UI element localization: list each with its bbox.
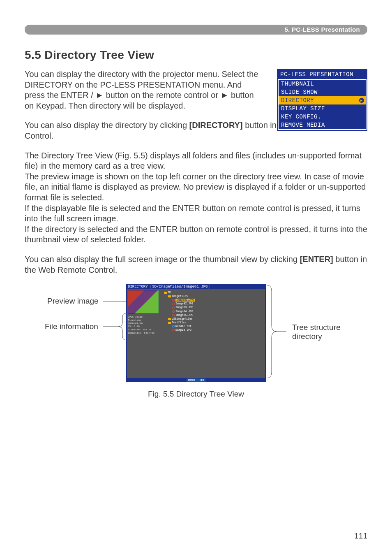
folder-icon — [168, 295, 171, 297]
file-icon — [172, 329, 175, 331]
menu-item-displaysize: DISPLAY SIZE — [279, 104, 366, 113]
file-icon — [172, 310, 175, 313]
file-icon — [172, 303, 175, 305]
brace-icon — [103, 313, 127, 340]
annotation-file-information: File information — [45, 322, 98, 331]
annotation-preview-image: Preview image — [47, 297, 99, 306]
tree-line: Image01.JPG — [164, 298, 263, 302]
directory-body: JPEG Image Timestamp: 2006/03/06 15:16:0… — [126, 289, 266, 378]
treeview-paragraph: The Directory Tree View (Fig. 5.5) displ… — [25, 151, 367, 245]
menu-item-thumbnail: THUMBNAIL — [279, 80, 366, 88]
file-info-line: Filesize: 253 kB — [128, 328, 159, 332]
tree-line: SD — [164, 291, 263, 295]
annotation-tree-structure: Tree structure directory — [292, 323, 354, 341]
directory-tree-pane: SD Imagefiles Image01.JPG Image02.JPG Im… — [160, 289, 265, 378]
projector-menu-title: PC-LESS PRESENTATION — [278, 70, 367, 79]
file-info-block: JPEG Image Timestamp: 2006/03/06 15:16:0… — [128, 316, 159, 342]
text-run: You can also display the full screen ima… — [25, 255, 300, 264]
section-header-label: 5. PC-LESS Presentation — [284, 25, 360, 35]
folder-icon — [164, 292, 167, 294]
file-icon — [172, 314, 175, 316]
menu-item-slideshow: SLIDE SHOW — [279, 88, 366, 96]
chevron-right-icon: ▶ — [359, 98, 364, 103]
web-enter-paragraph: You can also display the full screen ima… — [25, 254, 367, 275]
tree-line: Image04.JPG — [164, 310, 263, 313]
menu-item-removemedia: REMOVE MEDIA — [279, 121, 366, 129]
connector-line — [103, 302, 126, 302]
projector-menu-list: THUMBNAIL SLIDE SHOW DIRECTORY ▶ DISPLAY… — [278, 79, 367, 130]
tree-line: Image05.JPG — [164, 313, 263, 317]
section-header-bar: 5. PC-LESS Presentation — [25, 25, 367, 35]
tree-line: Textfiles — [164, 321, 263, 325]
enter-bold: [ENTER] — [300, 255, 333, 264]
file-info-line: Timestamp: — [128, 319, 159, 322]
directory-view-screenshot: DIRECTORY [SD/Imagefiles/Image01.JPG] JP… — [126, 284, 266, 382]
menu-item-directory: DIRECTORY ▶ — [279, 96, 366, 104]
preview-thumbnail — [128, 290, 159, 314]
intro-row: You can display the directory with the p… — [25, 69, 367, 111]
intro-paragraph: You can display the directory with the p… — [25, 69, 261, 111]
tree-line: Image03.JPG — [164, 306, 263, 309]
file-info-line: 15:16:00 — [128, 325, 159, 328]
page-number: 111 — [354, 531, 367, 541]
directory-left-column: JPEG Image Timestamp: 2006/03/06 15:16:0… — [127, 289, 160, 378]
file-info-line: 2006/03/06 — [128, 322, 159, 325]
projector-menu-figure: PC-LESS PRESENTATION THUMBNAIL SLIDE SHO… — [277, 69, 367, 131]
directory-header-path: DIRECTORY [SD/Imagefiles/Image01.JPG] — [126, 284, 266, 289]
page-title: 5.5 Directory Tree View — [25, 49, 367, 62]
footer-enter-pill: ENTER ⏎:YES — [186, 378, 206, 382]
tree-line: Imagefiles — [164, 295, 263, 298]
menu-item-keyconfig: KEY CONFIG. — [279, 113, 366, 121]
file-icon — [172, 306, 175, 309]
file-info-line: JPEG Image — [128, 316, 159, 319]
tree-line: Image02.JPG — [164, 302, 263, 306]
file-info-line: Imagesize: 640x480 — [128, 332, 159, 335]
folder-icon — [168, 322, 171, 324]
figure-5-5: Preview image File information Tree stru… — [48, 284, 344, 399]
directory-bold: [DIRECTORY] — [189, 121, 243, 130]
file-icon — [172, 325, 175, 327]
directory-footer: ENTER ⏎:YES — [126, 378, 266, 382]
document-page: 5. PC-LESS Presentation 5.5 Directory Tr… — [0, 0, 392, 557]
folder-icon — [168, 318, 171, 320]
figure-caption: Fig. 5.5 Directory Tree View — [48, 390, 344, 399]
file-icon — [172, 299, 175, 302]
tree-line: Readme.txt — [164, 325, 263, 328]
text-run: You can also display the directory by cl… — [25, 121, 189, 130]
tree-line: Sample.JPG — [164, 328, 263, 332]
brace-icon — [267, 285, 286, 378]
tree-line: USBimagefiles — [164, 317, 263, 321]
menu-item-directory-label: DIRECTORY — [281, 97, 314, 104]
